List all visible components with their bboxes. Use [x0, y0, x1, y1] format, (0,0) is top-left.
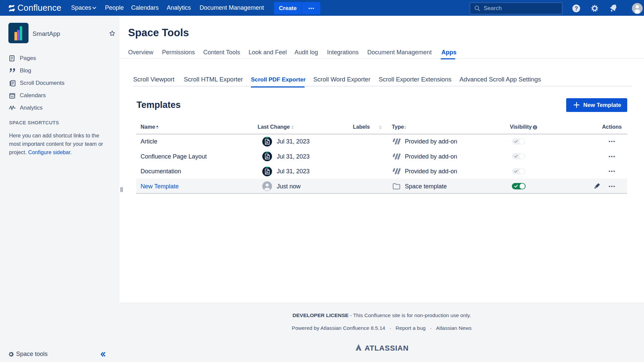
- svg-text:?: ?: [575, 5, 578, 11]
